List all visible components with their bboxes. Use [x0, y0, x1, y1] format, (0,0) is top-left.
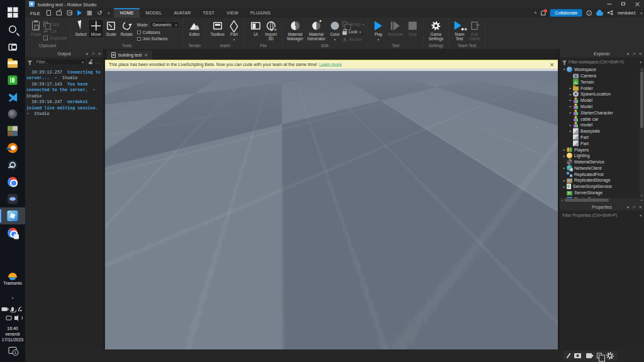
properties-collapse-icon[interactable]: ▾	[627, 204, 629, 209]
capture-settings-icon[interactable]	[607, 353, 613, 359]
move-tool-button[interactable]: Move	[89, 19, 104, 38]
taskbar-green-app-button[interactable]	[0, 72, 25, 89]
undo-icon[interactable]: ↺	[97, 10, 102, 16]
part-button[interactable]: Part ▾	[226, 19, 242, 43]
team-test-button[interactable]: Team Test	[452, 19, 467, 43]
tree-expand-icon[interactable]: ▸	[568, 123, 573, 127]
export-icon[interactable]	[67, 11, 72, 16]
tree-item-serverscriptservice[interactable]: ▸ServerScriptService	[560, 184, 644, 190]
game-settings-button[interactable]: Game Settings	[426, 19, 445, 43]
explorer-close-icon[interactable]: ✕	[639, 51, 642, 56]
tree-item-terrain[interactable]: Terrain	[560, 79, 644, 85]
explorer-filter-input[interactable]: Filter workspace (Ctrl+Shift+X)	[569, 60, 638, 65]
play-button[interactable]: Play ▾	[371, 19, 386, 43]
properties-close-icon[interactable]: ✕	[639, 204, 642, 209]
speaker-tray-icon[interactable]	[14, 316, 17, 320]
user-caret-icon[interactable]: ▾	[640, 11, 642, 15]
explorer-popout-icon[interactable]: ↗	[632, 51, 635, 56]
tree-expand-icon[interactable]: ▸	[562, 148, 567, 151]
copy-button[interactable]: Copy	[43, 22, 67, 27]
quick-access-caret-icon[interactable]: ▾	[108, 10, 109, 16]
output-filter-dropdown[interactable]: Filter...▾	[34, 58, 86, 65]
clear-output-icon[interactable]	[88, 59, 94, 65]
collapse-ribbon-icon[interactable]: ˄︎	[534, 11, 536, 16]
group-button[interactable]: Group▾	[342, 22, 364, 27]
new-file-icon[interactable]	[47, 10, 51, 16]
3d-viewport[interactable]	[105, 69, 558, 349]
material-manager-button[interactable]: Material Manager	[285, 19, 305, 43]
notifications-bell-icon[interactable]	[541, 11, 546, 16]
ribbon-tab-test[interactable]: TEST	[197, 8, 221, 18]
taskbar-windows-start-button[interactable]	[0, 4, 25, 21]
ribbon-tab-plugins[interactable]: PLUGINS	[244, 8, 276, 18]
ribbon-tab-home[interactable]: HOME	[114, 8, 140, 18]
explorer-horizontal-scrollbar[interactable]: ◂ ▸	[560, 198, 644, 202]
quick-play-icon[interactable]	[77, 10, 82, 16]
taskbar-hidden-icons-chevron[interactable]: ›	[0, 295, 25, 301]
tree-expand-icon[interactable]: ▸	[568, 92, 573, 96]
screenshot-icon[interactable]	[574, 353, 581, 358]
tree-item-serverstorage[interactable]: ServerStorage	[560, 189, 644, 195]
record-video-icon[interactable]	[586, 353, 592, 358]
color-button[interactable]: Color ▾	[327, 19, 342, 43]
taskbar-chrome-app-button[interactable]	[0, 224, 25, 241]
toolbox-button[interactable]: Toolbox	[209, 19, 226, 38]
tree-expand-icon[interactable]: ▸	[562, 154, 567, 158]
terrain-editor-button[interactable]: Editor	[187, 19, 202, 38]
mode-dropdown[interactable]: Geometric▾	[150, 21, 179, 28]
tree-item-camera[interactable]: Camera	[560, 72, 644, 79]
network-tray-icon[interactable]	[18, 307, 24, 312]
place-tab[interactable]: building test ✕	[107, 50, 152, 60]
close-button[interactable]	[630, 0, 644, 8]
tree-item-part[interactable]: Part	[560, 134, 644, 140]
output-more-icon[interactable]: ...	[96, 60, 101, 65]
anchor-button[interactable]: ⚓︎Anchor	[342, 37, 364, 43]
ribbon-tab-view[interactable]: VIEW	[221, 8, 245, 18]
properties-filter-caret-icon[interactable]: ▾	[640, 214, 641, 217]
tree-item-model[interactable]: ▸Model	[560, 103, 644, 109]
taskbar-chrome-button[interactable]	[0, 173, 25, 190]
ribbon-tab-model[interactable]: MODEL	[140, 8, 168, 18]
share-icon[interactable]	[608, 10, 613, 16]
tree-expand-icon[interactable]: ▸	[562, 178, 567, 182]
taskbar-dark-app-button[interactable]	[0, 106, 25, 123]
maximize-button[interactable]	[616, 0, 630, 8]
tree-item-folder[interactable]: ▸Folder	[560, 85, 644, 91]
tree-item-model[interactable]: ▸Model	[560, 97, 644, 103]
taskbar-blender-button[interactable]	[0, 140, 25, 156]
material-generator-button[interactable]: Material Generator	[305, 19, 327, 43]
edit-capture-icon[interactable]	[567, 353, 571, 359]
microphone-tray-icon[interactable]	[11, 307, 14, 312]
tree-item-replicatedfirst[interactable]: ReplicatedFirst	[560, 171, 644, 177]
tree-item-model[interactable]: ▸model	[560, 122, 644, 128]
tree-expand-icon[interactable]: ▸	[568, 111, 573, 114]
taskbar-roblox-studio-button[interactable]	[0, 207, 25, 224]
tree-expand-icon[interactable]: ▸	[562, 185, 567, 189]
taskbar-task-view-button[interactable]	[0, 38, 25, 55]
tree-item-lighting[interactable]: ▸Lighting	[560, 153, 644, 159]
taskbar-weather-widget[interactable]: Tramonto	[0, 273, 25, 286]
tree-expand-icon[interactable]: ▾	[562, 68, 567, 72]
tree-expand-icon[interactable]: ▸	[568, 99, 573, 102]
taskbar-clock[interactable]: 16:40 venerdì 17/11/2023	[0, 326, 25, 343]
lock-button[interactable]: Lock▾	[342, 29, 364, 35]
tree-expand-icon[interactable]: ▸	[568, 104, 573, 108]
tree-item-workspace[interactable]: ▾Workspace	[560, 67, 644, 73]
properties-popout-icon[interactable]: ↗	[632, 204, 635, 209]
open-file-icon[interactable]	[56, 11, 62, 16]
taskbar-search-button[interactable]	[0, 21, 25, 38]
select-tool-button[interactable]: Select	[74, 19, 89, 38]
tree-expand-icon[interactable]: ▸	[568, 129, 573, 133]
output-filter-icon[interactable]	[28, 61, 32, 63]
output-popout-icon[interactable]: ↗	[91, 51, 94, 56]
explorer-filter-caret-icon[interactable]: ▾	[640, 60, 641, 63]
tree-item-players[interactable]: ▸Players	[560, 146, 644, 153]
tree-item-part[interactable]: Part	[560, 140, 644, 146]
banner-learn-more-link[interactable]: Learn more	[319, 62, 342, 67]
minimize-button[interactable]	[602, 0, 616, 8]
taskbar-file-explorer-button[interactable]	[0, 55, 25, 72]
collisions-checkbox[interactable]: Collisions	[137, 30, 179, 35]
place-tab-close-icon[interactable]: ✕	[144, 53, 147, 58]
tree-item-networkclient[interactable]: ▸NetworkClient	[560, 165, 644, 171]
taskbar-steam-button[interactable]	[0, 156, 25, 173]
